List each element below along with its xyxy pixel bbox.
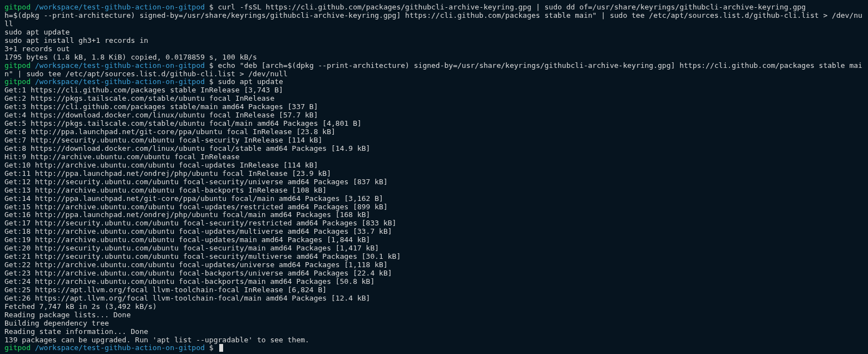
prompt-user: gitpod — [4, 343, 31, 352]
terminal-output-line: 139 packages can be upgraded. Run 'apt l… — [4, 336, 864, 345]
terminal-output-line: Reading package lists... Done — [4, 311, 864, 319]
terminal-output-line: Get:11 http://ppa.launchpad.net/ondrej/p… — [4, 170, 864, 178]
prompt-user: gitpod — [4, 77, 31, 86]
terminal-output-line: Get:12 http://security.ubuntu.com/ubuntu… — [4, 178, 864, 186]
terminal-output-line: Get:21 http://security.ubuntu.com/ubuntu… — [4, 253, 864, 261]
terminal-output-line: Get:6 http://ppa.launchpad.net/git-core/… — [4, 128, 864, 136]
terminal-output-line: Get:10 http://archive.ubuntu.com/ubuntu … — [4, 161, 864, 170]
terminal-prompt-line: gitpod /workspace/test-github-action-on-… — [4, 3, 864, 12]
terminal-output-line: h=$(dpkg --print-architecture) signed-by… — [4, 12, 864, 28]
terminal-output-line: Reading state information... Done — [4, 328, 864, 336]
terminal-output-line: Get:20 http://security.ubuntu.com/ubuntu… — [4, 244, 864, 253]
terminal-cursor[interactable] — [219, 344, 223, 352]
terminal-output-line: Get:5 https://pkgs.tailscale.com/stable/… — [4, 120, 864, 128]
terminal-output-line: Get:19 http://archive.ubuntu.com/ubuntu … — [4, 236, 864, 244]
prompt-dollar: $ — [205, 61, 218, 70]
terminal-output-line: Get:15 http://archive.ubuntu.com/ubuntu … — [4, 203, 864, 212]
terminal-prompt-line: gitpod /workspace/test-github-action-on-… — [4, 62, 864, 78]
terminal-output-line: Get:3 https://cli.github.com/packages st… — [4, 103, 864, 111]
terminal-output-line: Fetched 7,747 kB in 2s (3,492 kB/s) — [4, 303, 864, 311]
terminal-output-line: Get:25 https://apt.llvm.org/focal llvm-t… — [4, 286, 864, 294]
prompt-path: /workspace/test-github-action-on-gitpod — [35, 343, 205, 352]
terminal-output-line: Building dependency tree — [4, 319, 864, 328]
prompt-path: /workspace/test-github-action-on-gitpod — [35, 3, 205, 11]
terminal-command: sudo apt update — [218, 77, 283, 86]
terminal-output-line: Get:2 https://pkgs.tailscale.com/stable/… — [4, 95, 864, 103]
terminal-prompt-line: gitpod /workspace/test-github-action-on-… — [4, 78, 864, 86]
terminal-output-line: Get:26 https://apt.llvm.org/focal llvm-t… — [4, 294, 864, 303]
terminal-output-line: Get:13 http://archive.ubuntu.com/ubuntu … — [4, 186, 864, 195]
terminal-output-line: Get:8 https://download.docker.com/linux/… — [4, 145, 864, 153]
prompt-dollar: $ — [205, 77, 218, 86]
terminal-command: curl -fsSL https://cli.github.com/packag… — [218, 3, 806, 11]
terminal-output-line: Get:16 http://ppa.launchpad.net/ondrej/p… — [4, 211, 864, 219]
terminal-output-line: Get:14 http://ppa.launchpad.net/git-core… — [4, 195, 864, 203]
terminal-output-line: Get:1 https://cli.github.com/packages st… — [4, 86, 864, 95]
terminal-output-line: sudo apt update — [4, 28, 864, 37]
prompt-user: gitpod — [4, 3, 31, 11]
terminal-output-line: Hit:9 http://archive.ubuntu.com/ubuntu f… — [4, 153, 864, 161]
prompt-path: /workspace/test-github-action-on-gitpod — [35, 77, 205, 86]
prompt-dollar: $ — [205, 3, 218, 11]
terminal-output-line: Get:7 http://security.ubuntu.com/ubuntu … — [4, 136, 864, 145]
prompt-path: /workspace/test-github-action-on-gitpod — [35, 61, 205, 70]
prompt-user: gitpod — [4, 61, 31, 70]
terminal-output-line: 1795 bytes (1.8 kB, 1.8 KiB) copied, 0.0… — [4, 53, 864, 62]
terminal-output-line: 3+1 records out — [4, 45, 864, 53]
terminal-output-line: Get:18 http://archive.ubuntu.com/ubuntu … — [4, 228, 864, 236]
terminal-output-line: Get:24 http://archive.ubuntu.com/ubuntu … — [4, 278, 864, 286]
terminal-output-line: Get:17 http://security.ubuntu.com/ubuntu… — [4, 219, 864, 228]
terminal-output-line: sudo apt install gh3+1 records in — [4, 37, 864, 45]
terminal-prompt-line: gitpod /workspace/test-github-action-on-… — [4, 344, 864, 352]
terminal-output-line: Get:4 https://download.docker.com/linux/… — [4, 111, 864, 120]
terminal-output-line: Get:22 http://archive.ubuntu.com/ubuntu … — [4, 261, 864, 269]
terminal-output-line: Get:23 http://archive.ubuntu.com/ubuntu … — [4, 269, 864, 278]
prompt-dollar: $ — [205, 343, 218, 352]
terminal[interactable]: gitpod /workspace/test-github-action-on-… — [0, 0, 868, 354]
